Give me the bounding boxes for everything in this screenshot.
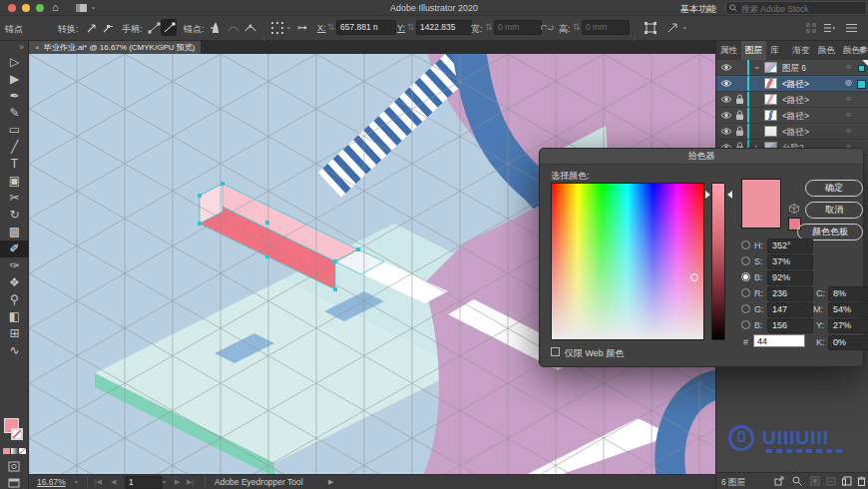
page-field[interactable]: 1 [125,476,163,489]
h-radio[interactable] [741,241,750,249]
shape-properties-icon[interactable] [666,22,678,34]
layer-name[interactable]: <路径> [782,79,809,91]
zoom-tool[interactable]: ⚲ [0,291,29,308]
tab-libraries[interactable]: 库 [766,41,783,60]
y-stepper[interactable]: ⇅ [407,22,415,32]
b2-value-field[interactable]: 156 [767,318,813,333]
draw-mode-icon[interactable] [8,461,20,472]
locate-object-icon[interactable] [792,476,802,486]
rotate-tool[interactable]: ↻ [0,207,29,224]
align-options-icon[interactable] [271,22,283,34]
layer-thumbnail[interactable] [764,126,777,137]
stroke-swatch[interactable] [11,428,23,440]
target-circle[interactable]: ○ [846,110,851,119]
visibility-toggle[interactable] [720,95,732,104]
collect-export-icon[interactable] [774,476,784,486]
layer-row[interactable]: ⌄ 图层 6 ○ [716,60,868,76]
spectrum-marker[interactable] [690,273,698,281]
layer-name[interactable]: <路径> [782,127,809,139]
artboard-tool[interactable]: ▣ [0,173,29,190]
screen-mode-icon[interactable] [8,478,20,488]
g-radio[interactable] [741,304,750,313]
hide-handles-button[interactable] [161,19,177,36]
convert-smooth-icon[interactable] [102,22,114,34]
rectangle-tool[interactable]: ▭ [0,122,29,139]
dialog-titlebar[interactable]: 拾色器 [540,149,863,165]
layer-name[interactable]: <路径> [782,95,809,107]
pen-tool[interactable]: ✒ [0,88,29,105]
r-value-field[interactable]: 236 [767,286,813,301]
b2-radio[interactable] [741,320,750,329]
s-radio[interactable] [741,256,750,265]
zoom-dropdown-icon[interactable]: ⌄ [73,476,80,485]
r-radio[interactable] [741,288,750,297]
free-transform-icon[interactable] [645,22,656,34]
curvature-tool[interactable]: ✎ [0,105,29,122]
color-mode-none[interactable] [19,448,26,454]
selection-tool[interactable]: ▷ [0,54,29,71]
web-only-checkbox[interactable] [551,347,560,356]
paintbrush-tool[interactable]: ✑ [0,257,29,274]
scissors-tool[interactable]: ✂ [0,190,29,207]
visibility-toggle[interactable] [720,79,732,88]
search-input[interactable] [739,2,865,15]
document-tab[interactable]: ×毕业作业.ai* @ 16.67% (CMYK/GPU 预览) [29,41,201,54]
visibility-toggle[interactable] [720,63,732,72]
align-dropdown-icon[interactable]: ⌄ [285,22,292,31]
hex-input[interactable] [753,334,805,347]
delete-layer-icon[interactable] [857,476,866,486]
lock-toggle[interactable] [735,126,744,137]
shape-dropdown-icon[interactable]: ⌄ [681,22,688,31]
visibility-toggle[interactable] [720,127,732,136]
target-circle-selected[interactable]: ◎ [845,78,852,87]
cancel-button[interactable]: 取消 [805,202,863,219]
reference-point-icon[interactable]: ⊶ [297,22,307,33]
k-value-field[interactable]: 0% [828,335,868,350]
y-value-field[interactable]: 27% [828,318,868,333]
layer-name[interactable]: <路径> [782,111,809,123]
layer-row[interactable]: <路径> ○ [716,108,868,124]
slider-arrow-left[interactable] [705,191,710,199]
new-layer-icon[interactable] [842,476,852,486]
expand-chevron[interactable]: ⌄ [753,61,761,71]
panel-menu-icon[interactable]: ≡ [859,44,865,55]
collapse-tools-icon[interactable]: » [0,41,28,54]
selection-indicator[interactable] [858,65,865,72]
blend-tool[interactable]: ❖ [0,274,29,291]
layer-thumbnail[interactable] [764,94,777,105]
layer-thumbnail[interactable] [764,110,777,121]
tab-properties[interactable]: 属性 [716,41,741,60]
panel-list-icon[interactable] [824,23,835,33]
remove-anchor-icon[interactable] [210,21,222,35]
h-value-field[interactable]: 352° [767,239,813,253]
width-tool[interactable]: ∿ [0,342,29,359]
mesh-tool[interactable]: ⊞ [0,325,29,342]
s-value-field[interactable]: 37% [767,254,813,269]
layer-row[interactable]: <路径> ○ [716,124,868,140]
tab-layers[interactable]: 图层 [741,41,766,60]
ok-button[interactable]: 确定 [805,180,863,197]
brightness-slider[interactable] [711,183,725,340]
g-value-field[interactable]: 147 [767,302,813,317]
slider-arrow-right[interactable] [727,191,732,199]
b-radio[interactable] [741,272,750,281]
corner-dim-icon[interactable] [227,23,239,33]
c-value-field[interactable]: 8% [828,286,868,301]
color-mode-gradient[interactable] [11,448,18,454]
page-dropdown-icon[interactable]: ⌄ [161,476,168,485]
target-circle[interactable]: ○ [846,62,851,71]
b-value-field[interactable]: 92% [767,270,813,285]
visibility-toggle[interactable] [720,111,732,120]
target-circle[interactable]: ○ [846,126,851,135]
link-dimensions-icon[interactable] [541,23,554,32]
layer-thumbnail[interactable] [764,78,777,89]
layer-thumbnail[interactable] [764,62,777,73]
web-gamut-cube-icon[interactable] [789,204,799,214]
doc-setup-icon[interactable] [846,23,857,33]
color-spectrum-field[interactable] [551,183,704,340]
convert-corner-icon[interactable] [86,22,98,34]
show-handles-icon[interactable] [148,22,161,34]
m-value-field[interactable]: 54% [828,302,868,317]
layer-row[interactable]: <路径> ○ [716,92,868,108]
color-mode-color[interactable] [3,448,10,454]
